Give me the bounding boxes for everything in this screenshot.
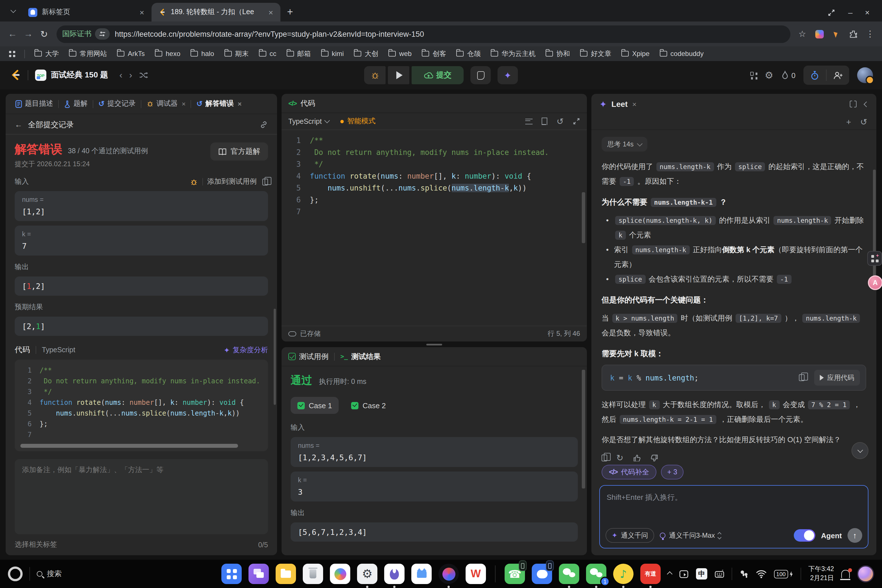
bookmark-icon[interactable] (542, 118, 548, 125)
editor-scrollbar[interactable] (582, 192, 585, 243)
dock-wps-icon[interactable]: W (466, 564, 486, 584)
apps-grid-icon[interactable] (9, 51, 15, 57)
site-settings-icon[interactable] (95, 28, 110, 40)
model-pill[interactable]: ✦通义千问 (606, 528, 654, 543)
case-chip-2[interactable]: Case 2 (344, 397, 392, 414)
chat-input[interactable]: Shift+Enter 插入换行。 ✦通义千问 通义千问3-Max Agent … (599, 485, 868, 548)
complexity-analysis-button[interactable]: ✦复杂度分析 (224, 345, 268, 355)
reload-button[interactable]: ↻ (36, 26, 52, 42)
taskbar-search[interactable]: 搜索 (37, 569, 62, 579)
smart-mode-toggle[interactable]: 智能模式 (340, 117, 375, 126)
bookmark-folder-cc[interactable]: cc (254, 50, 281, 58)
browser-tab-leetcode[interactable]: 189. 轮转数组 - 力扣（Lee × (152, 3, 280, 21)
note-textarea[interactable]: 添加备注，例如「暴力解法」、「方法一」等 (15, 459, 268, 534)
dock-tulip-icon[interactable] (384, 564, 405, 584)
add-to-testcase-button[interactable]: 添加到测试用例 (207, 177, 256, 187)
gear-icon[interactable]: ⚙ (765, 69, 774, 81)
leetcode-logo[interactable] (9, 68, 21, 82)
regenerate-icon[interactable]: ↻ (616, 453, 623, 461)
bookmark-folder-hexo[interactable]: hexo (150, 50, 186, 58)
bookmark-folder-Xpipe[interactable]: Xpipe (616, 50, 654, 58)
layout-grid-icon[interactable] (750, 72, 757, 79)
thinking-pill[interactable]: 思考 14s (602, 137, 647, 152)
debug-button[interactable] (364, 66, 386, 84)
wifi-icon[interactable] (756, 570, 766, 578)
all-submissions-link[interactable]: 全部提交记录 (28, 120, 74, 130)
screencast-icon[interactable] (679, 570, 688, 578)
input-nums-box[interactable]: nums = [1,2] (15, 191, 268, 221)
left-tab-解答错误[interactable]: ↺解答错误× (192, 99, 246, 108)
earbuds-icon[interactable] (740, 569, 748, 578)
new-tab-button[interactable]: + (283, 4, 297, 19)
ai-sparkles-button[interactable]: ✦ (498, 66, 518, 84)
copy-code-button[interactable] (794, 370, 810, 386)
dock-settings-icon[interactable]: ⚙ (357, 564, 377, 584)
dock-gallery-icon[interactable] (330, 564, 350, 584)
tab-test-result[interactable]: >_测试结果 (340, 351, 381, 362)
add-to-testcase-icon[interactable] (262, 178, 268, 185)
copy-icon[interactable] (602, 454, 607, 461)
translate-extension-icon[interactable]: A (868, 275, 882, 290)
language-selector[interactable]: TypeScript (288, 117, 329, 125)
share-link-icon[interactable] (260, 120, 268, 129)
bookmark-folder-大创[interactable]: 大创 (349, 49, 383, 58)
bookmark-folder-邮箱[interactable]: 邮箱 (281, 49, 316, 58)
sidebar-extension-widget[interactable] (867, 251, 882, 266)
bookmark-star-icon[interactable]: ☆ (795, 27, 810, 41)
dock-launcher-icon[interactable] (221, 564, 242, 584)
dock-swirl-icon[interactable] (438, 564, 459, 584)
input-k-box[interactable]: k = 7 (15, 226, 268, 255)
editor-code-area[interactable]: 1/**2 Do not return anything, modify num… (282, 130, 587, 326)
tab-close-icon[interactable]: × (266, 7, 276, 17)
thumbs-up-icon[interactable] (632, 454, 641, 461)
case-chip-1[interactable]: Case 1 (291, 397, 339, 414)
more-pills[interactable]: + 3 (661, 465, 683, 480)
chat-collapse-icon[interactable] (864, 101, 869, 107)
bookmark-folder-协和[interactable]: 协和 (540, 49, 575, 58)
tab-close-icon[interactable]: × (137, 7, 147, 17)
screenshot-extension-icon[interactable] (812, 27, 826, 41)
dock-phone-icon[interactable]: ☎ (505, 564, 525, 584)
left-tab-题目描述[interactable]: 题目描述 (11, 99, 57, 108)
stopwatch-icon[interactable] (803, 70, 826, 80)
fullscreen-icon[interactable] (573, 118, 580, 125)
extensions-puzzle-icon[interactable] (846, 27, 861, 41)
run-button[interactable] (388, 66, 410, 84)
input-method-icon[interactable]: 中 (696, 568, 707, 579)
battery-icon[interactable]: 100 (774, 570, 793, 578)
code-complete-pill[interactable]: </>代码补全 (602, 465, 656, 480)
dock-windows-icon[interactable] (249, 564, 269, 584)
tab-close-icon[interactable]: × (182, 100, 186, 108)
streak-flame[interactable]: 0 (782, 70, 795, 80)
bookmark-folder-ArkTs[interactable]: ArkTs (112, 50, 150, 58)
cursor-extension-icon[interactable] (829, 27, 843, 41)
study-plan-title[interactable]: 面试经典 150 题 (51, 70, 108, 80)
reset-code-icon[interactable]: ↺ (556, 116, 564, 126)
cert-badge[interactable]: 国际证书 (62, 29, 92, 39)
address-bar[interactable]: 国际证书 https://leetcode.cn/problems/rotate… (57, 25, 790, 43)
bookmark-folder-halo[interactable]: halo (186, 50, 219, 58)
debug-bug-icon[interactable] (190, 178, 198, 186)
official-solution-button[interactable]: 官方题解 (210, 142, 268, 160)
dock-files-icon[interactable] (276, 564, 296, 584)
bookmark-folder-kimi[interactable]: kimi (316, 50, 349, 58)
back-arrow-icon[interactable]: ← (15, 120, 22, 129)
submit-button[interactable]: 提交 (412, 66, 464, 84)
chat-scroll-area[interactable]: 思考 14s 你的代码使用了 nums.length-k 作为 splice 的… (591, 130, 876, 461)
dock-catbox-icon[interactable] (411, 564, 432, 584)
bookmark-folder-创客[interactable]: 创客 (417, 49, 451, 58)
invite-user-icon[interactable] (826, 71, 849, 80)
bookmark-folder-华为云主机[interactable]: 华为云主机 (486, 49, 540, 58)
model-selector[interactable]: 通义千问3-Max (660, 531, 721, 540)
bookmark-folder-好文章[interactable]: 好文章 (575, 49, 616, 58)
thumbs-down-icon[interactable] (650, 454, 658, 461)
bookmark-folder-仓颉[interactable]: 仓颉 (451, 49, 486, 58)
tab-close-icon[interactable]: × (238, 100, 242, 108)
avatar[interactable] (857, 67, 873, 83)
forward-button[interactable]: → (20, 26, 36, 42)
chat-history-icon[interactable]: ↺ (860, 117, 867, 127)
dock-youdao-icon[interactable]: 有道 (640, 564, 661, 584)
keyboard-icon[interactable] (715, 570, 724, 578)
dock-music-icon[interactable]: ♪ (613, 564, 633, 584)
agent-toggle[interactable] (794, 529, 815, 542)
